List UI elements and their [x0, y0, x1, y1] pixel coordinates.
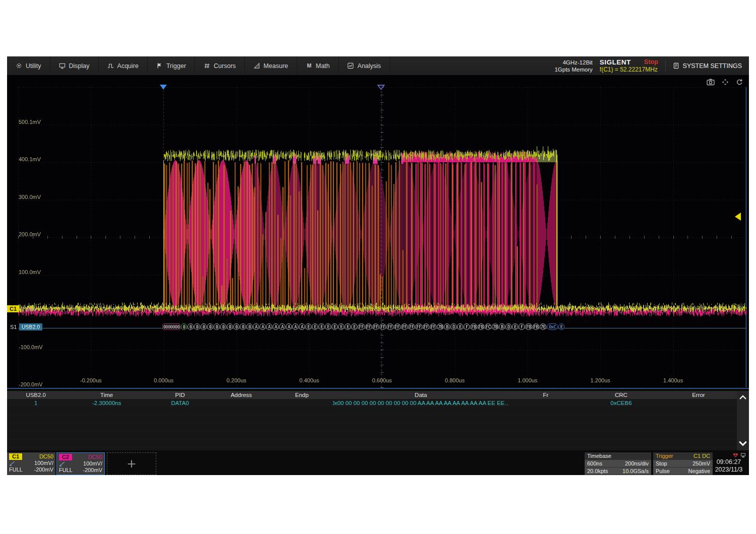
decode-token: 7E: [540, 323, 546, 330]
trigger-position-marker[interactable]: [377, 85, 385, 90]
c2-coupling: DC50: [88, 454, 102, 460]
menu-item-trigger[interactable]: Trigger: [148, 56, 195, 75]
trigger-title: Trigger: [656, 452, 673, 459]
trigger-panel[interactable]: Trigger C1 DC Stop 250mV Pulse Negative: [653, 452, 713, 475]
table-cell: DATA0: [149, 399, 212, 407]
x-axis-label: -0.200us: [80, 377, 102, 383]
x-axis-label: 0.000us: [154, 377, 173, 383]
timebase-panel[interactable]: Timebase 600ns 200ns/div 20.0kpts 10.0GS…: [585, 452, 651, 475]
menu-item-acquire[interactable]: Acquire: [99, 56, 148, 75]
status-bar: C1 DC50 100mV/ FULL -200mV C2 DC50 100mV…: [7, 452, 749, 475]
waveform-canvas[interactable]: [7, 76, 749, 388]
table-header-cell: PID: [149, 391, 212, 399]
analysis-icon: [347, 62, 354, 69]
serial-decode-label: S1: [10, 324, 17, 330]
c1-coupling: DC50: [39, 453, 53, 460]
decode-token: E: [305, 323, 311, 330]
channel-c2-descriptor[interactable]: C2 DC50 100mV/ FULL -200mV: [56, 452, 105, 475]
decode-token: E: [512, 323, 518, 330]
trigger-level-marker[interactable]: [735, 213, 741, 221]
decode-token: 0: [207, 323, 213, 330]
table-cell: [660, 399, 737, 407]
decode-token: E: [351, 323, 357, 330]
decode-token: E: [345, 323, 351, 330]
camera-icon[interactable]: [707, 79, 715, 86]
y-axis-label: -100.0mV: [19, 344, 43, 350]
decode-token: B: [444, 323, 450, 330]
divider: [665, 60, 666, 72]
brand-block: SIGLENT Stop f(C1) = 52.22217MHz: [600, 58, 658, 74]
c2-badge: C2: [59, 454, 72, 460]
decode-token: E: [312, 323, 318, 330]
decode-table-empty-area: [7, 407, 737, 450]
x-axis-label: 0.800us: [445, 377, 465, 383]
scroll-up-icon[interactable]: [739, 393, 747, 402]
bus-type-badge[interactable]: USB2.0: [19, 323, 42, 330]
table-header-cell: Endp: [271, 391, 333, 399]
channel-c1-descriptor[interactable]: C1 DC50 100mV/ FULL -200mV: [7, 452, 55, 475]
horizontal-reference-marker[interactable]: [160, 85, 167, 90]
decode-token: FF: [394, 323, 401, 330]
c2-scale: 100mV/: [83, 460, 102, 467]
hash-icon: [204, 62, 210, 69]
acquisition-info: 4GHz-12Bit 1Gpts Memory: [554, 59, 592, 73]
y-axis-label: 300.0mV: [19, 194, 41, 200]
channel-c1-marker[interactable]: C1: [7, 305, 19, 312]
c1-scale: 100mV/: [34, 460, 53, 466]
menu-item-display[interactable]: Display: [50, 56, 99, 75]
c1-badge: C1: [9, 453, 22, 460]
c1-bandwidth: FULL: [9, 466, 23, 473]
menu-item-label: Measure: [264, 62, 288, 70]
decode-table-row[interactable]: 1-2.30000nsDATA00x00 00 00 00 00 00 00 0…: [7, 399, 737, 407]
display-icon: [59, 62, 66, 69]
decode-token: A: [273, 323, 279, 330]
timebase-scale: 200ns/div: [625, 460, 649, 467]
io-status-icon[interactable]: [733, 453, 738, 458]
menu-item-label: Trigger: [166, 62, 186, 70]
decode-token: FF: [358, 323, 364, 330]
decode-token: FB: [478, 323, 484, 330]
svg-text:M: M: [307, 62, 311, 69]
menu-item-math[interactable]: MMath: [297, 56, 339, 75]
x-axis-label: 0.200us: [227, 377, 246, 383]
system-settings-button[interactable]: SYSTEM SETTINGS: [673, 62, 744, 70]
decode-token: 7B: [492, 323, 498, 330]
table-header-cell: CRC: [582, 391, 660, 399]
decode-token: 7B: [437, 323, 444, 330]
table-header-cell: Fr: [509, 391, 582, 399]
decode-token: FB: [525, 323, 532, 330]
add-channel-button[interactable]: +: [107, 452, 156, 475]
menu-item-utility[interactable]: Utility: [7, 56, 50, 75]
waveform-display[interactable]: 500.1mV400.1mV300.0mV200.0mV100.0mV0.0mV…: [7, 76, 749, 389]
timebase-samplerate: 10.0GSa/s: [622, 468, 649, 475]
table-header-cell: Data: [333, 391, 509, 399]
acquire-icon: [107, 62, 114, 69]
oscilloscope-window: UtilityDisplayAcquireTriggerCursorsMeasu…: [7, 56, 749, 475]
decode-token: 0: [233, 323, 239, 330]
device-status-icon[interactable]: [740, 453, 746, 458]
rotate-refresh-icon[interactable]: [736, 79, 743, 86]
decode-token: 0: [246, 323, 253, 330]
decode-token: 0000000: [162, 323, 180, 330]
system-settings-label: SYSTEM SETTINGS: [683, 62, 742, 70]
table-cell: [211, 399, 271, 407]
table-scrollbar[interactable]: [737, 391, 749, 450]
scroll-down-icon[interactable]: [738, 439, 747, 448]
table-cell: [509, 399, 582, 407]
decode-token: B: [499, 323, 505, 330]
fit-screen-icon[interactable]: [722, 79, 729, 86]
gear-icon: [16, 62, 22, 69]
y-axis-label: 500.1mV: [19, 119, 41, 125]
decode-token: FF: [401, 323, 408, 330]
decode-token: D: [451, 323, 457, 330]
decode-token: A: [299, 323, 305, 330]
plus-icon: +: [127, 455, 136, 473]
table-header-cell: Time: [65, 391, 149, 399]
run-state-badge[interactable]: Stop: [644, 58, 658, 66]
menu-item-measure[interactable]: Measure: [245, 56, 297, 75]
decode-token: FF: [423, 323, 429, 330]
menu-item-label: Cursors: [214, 62, 236, 70]
decode-token: FF: [387, 323, 393, 330]
menu-item-cursors[interactable]: Cursors: [195, 56, 245, 75]
menu-item-analysis[interactable]: Analysis: [339, 56, 390, 75]
